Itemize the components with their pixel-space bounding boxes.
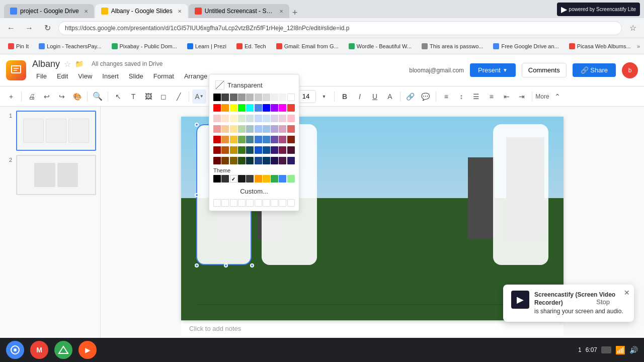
bookmark-teacherspay[interactable]: Login - TeachersPay... — [35, 42, 105, 50]
italic-button[interactable]: I — [353, 89, 367, 104]
line-spacing-button[interactable]: ↕ — [454, 89, 468, 104]
ps-9[interactable] — [279, 115, 286, 122]
custom-swatch-7[interactable] — [263, 199, 270, 207]
bookmark-pixabay[interactable]: Pixabay - Public Dom... — [108, 42, 181, 50]
m-1[interactable] — [213, 125, 221, 133]
ps-1[interactable] — [213, 115, 221, 122]
indent-less-button[interactable]: ⇤ — [500, 89, 514, 104]
bookmark-pin-it[interactable]: Pin It — [4, 42, 33, 50]
font-size-dropdown[interactable]: ▼ — [317, 89, 331, 104]
reload-button[interactable]: ↻ — [40, 21, 54, 35]
menu-format[interactable]: Format — [149, 70, 178, 82]
dk-1[interactable] — [213, 146, 221, 154]
bookmark-edtech[interactable]: Ed. Tech — [232, 42, 270, 50]
m-8[interactable] — [271, 125, 278, 133]
custom-swatch-3[interactable] — [230, 199, 237, 207]
menu-arrange[interactable]: Arrange — [180, 70, 211, 82]
new-tab-button[interactable]: + — [292, 8, 298, 18]
chrome-icon[interactable] — [6, 341, 24, 359]
ps-10[interactable] — [287, 115, 295, 122]
indent-more-button[interactable]: ⇥ — [515, 89, 529, 104]
bookmark-googledrive[interactable]: Free Google Drive an... — [489, 42, 562, 50]
color-black[interactable] — [213, 94, 221, 101]
dkk-2[interactable] — [221, 157, 229, 164]
dk-5[interactable] — [246, 146, 254, 154]
tab-slides[interactable]: Albany - Google Slides ✕ — [95, 4, 188, 18]
forward-button[interactable]: → — [22, 21, 36, 35]
ps-2[interactable] — [221, 115, 229, 122]
dk-3[interactable] — [230, 146, 237, 154]
theme-3[interactable]: ✓ — [230, 175, 237, 183]
dkk-4[interactable] — [238, 157, 246, 164]
m-9[interactable] — [279, 125, 286, 133]
d-5[interactable] — [246, 136, 254, 143]
toolbar-undo-button[interactable]: ↩ — [40, 89, 54, 104]
d-2[interactable] — [221, 136, 229, 143]
text-align-button[interactable]: ≡ — [439, 89, 453, 104]
more-button[interactable]: More — [535, 89, 549, 104]
color-yellow[interactable] — [230, 104, 237, 112]
dk-2[interactable] — [221, 146, 229, 154]
bookmarks-more[interactable]: » — [637, 43, 640, 49]
dkk-1[interactable] — [213, 157, 221, 164]
stop-button[interactable]: Stop — [592, 296, 614, 308]
theme-2[interactable] — [221, 175, 229, 183]
tab-screencast-close[interactable]: ✕ — [279, 9, 283, 14]
toolbar-zoom-button[interactable]: 🔍 — [91, 89, 105, 104]
dk-10[interactable] — [287, 146, 295, 154]
font-color-button[interactable]: A — [383, 89, 397, 104]
d-3[interactable] — [230, 136, 237, 143]
color-google-red[interactable] — [287, 104, 295, 112]
dkk-5[interactable] — [246, 157, 254, 164]
dkk-6[interactable] — [255, 157, 262, 164]
ps-6[interactable] — [255, 115, 262, 122]
d-1[interactable] — [213, 136, 221, 143]
dkk-9[interactable] — [279, 157, 286, 164]
color-gray1[interactable] — [221, 94, 229, 101]
dkk-7[interactable] — [263, 157, 270, 164]
tab-drive-close[interactable]: ✕ — [84, 9, 88, 14]
slide-thumb-1[interactable] — [16, 111, 96, 151]
bookmark-password[interactable]: This area is passwo... — [418, 42, 487, 50]
custom-swatch-1[interactable] — [213, 199, 221, 207]
handle-bot-left[interactable] — [195, 263, 199, 267]
doc-star-button[interactable]: ☆ — [64, 59, 71, 69]
comment-button[interactable]: 💬 — [419, 89, 433, 104]
color-white[interactable] — [287, 94, 295, 101]
bookmark-prezi[interactable]: Learn | Prezi — [183, 42, 230, 50]
transparent-option[interactable]: Transparent — [213, 78, 295, 92]
toolbar-redo-button[interactable]: ↪ — [55, 89, 69, 104]
slide-thumbnail-1[interactable]: 1 — [4, 111, 96, 151]
color-cyan[interactable] — [246, 104, 254, 112]
color-gray2[interactable] — [230, 94, 237, 101]
handle-bot-right[interactable] — [250, 263, 254, 267]
handle-bot-center[interactable] — [224, 263, 228, 267]
collapse-button[interactable]: ⌃ — [550, 89, 565, 104]
present-dropdown-icon[interactable]: ▼ — [503, 67, 508, 73]
m-5[interactable] — [246, 125, 254, 133]
m-10[interactable] — [287, 125, 295, 133]
tab-screencast[interactable]: Untitled Screencast - Sc... ✕ — [189, 4, 289, 18]
slide-thumbnail-2[interactable]: 2 — [4, 155, 96, 195]
color-blue-light[interactable] — [255, 104, 262, 112]
color-gray8[interactable] — [279, 94, 286, 101]
meet-taskbar-icon[interactable]: ▶ — [78, 341, 97, 359]
comments-button[interactable]: Comments — [522, 63, 567, 77]
menu-insert[interactable]: Insert — [98, 70, 123, 82]
share-button[interactable]: 🔗 Share — [573, 63, 616, 77]
m-4[interactable] — [238, 125, 246, 133]
theme-4[interactable] — [238, 175, 246, 183]
toolbar-bg-color-button[interactable]: A ▼ — [192, 89, 206, 104]
theme-9[interactable] — [279, 175, 286, 183]
toolbar-print-button[interactable]: 🖨 — [25, 89, 39, 104]
toolbar-format-paint-button[interactable]: 🎨 — [70, 89, 84, 104]
d-7[interactable] — [263, 136, 270, 143]
toolbar-image-button[interactable]: 🖼 — [141, 89, 155, 104]
color-orange[interactable] — [221, 104, 229, 112]
color-gray6[interactable] — [263, 94, 270, 101]
color-gray4[interactable] — [246, 94, 254, 101]
theme-8[interactable] — [271, 175, 278, 183]
m-6[interactable] — [255, 125, 262, 133]
theme-10[interactable] — [287, 175, 295, 183]
bookmark-star[interactable]: ☆ — [626, 21, 640, 35]
